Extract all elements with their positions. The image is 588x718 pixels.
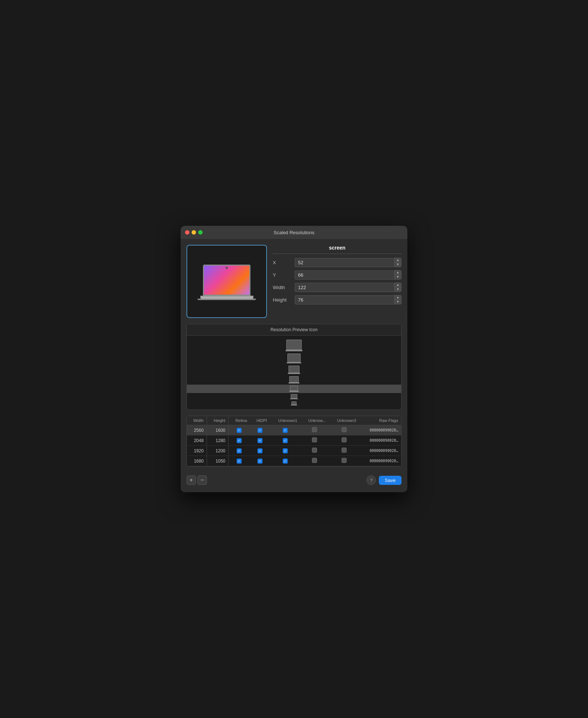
laptop-screen-1 (286, 340, 302, 350)
y-increment-button[interactable]: ▲ (395, 270, 401, 275)
remove-button[interactable]: − (197, 475, 207, 485)
laptop-icon-5[interactable] (289, 386, 299, 392)
laptop-base-3 (288, 373, 300, 374)
laptop-icon-4[interactable] (289, 376, 299, 384)
cell-width: 1920 (187, 446, 207, 456)
checked-checkbox[interactable]: ✓ (257, 448, 263, 453)
width-decrement-button[interactable]: ▼ (395, 287, 401, 292)
cell-unknown3 (329, 446, 359, 456)
cell-width: 2560 (187, 425, 207, 435)
checked-checkbox[interactable]: ✓ (257, 459, 263, 464)
laptop-icon-3[interactable] (288, 366, 300, 374)
laptop-screen-7 (291, 401, 297, 405)
maximize-button[interactable] (198, 230, 203, 235)
table-row[interactable]: 2048 1280 ✓ ✓ ✓ 000000090020… (187, 435, 401, 446)
width-stepper-buttons: ▲ ▼ (394, 283, 402, 292)
col-width: Width (187, 416, 207, 425)
help-button[interactable]: ? (366, 475, 376, 485)
laptop-screen-5 (290, 386, 298, 391)
height-stepper: ▲ ▼ (295, 295, 402, 304)
checked-checkbox[interactable]: ✓ (237, 438, 242, 443)
cell-raw-flags: 000000090020… (359, 425, 401, 435)
unchecked-checkbox[interactable] (312, 448, 317, 453)
laptop-base-4 (289, 382, 299, 384)
col-unknown1: Unknown1 (270, 416, 300, 425)
cell-unknown1: ✓ (270, 425, 300, 435)
save-button[interactable]: Save (379, 476, 402, 485)
unchecked-checkbox[interactable] (312, 427, 317, 432)
checked-checkbox[interactable]: ✓ (237, 428, 242, 433)
resolution-table-section: Width Height Retina HiDPI Unknown1 Unkno… (186, 416, 402, 467)
laptop-icon-2[interactable] (287, 354, 301, 363)
cell-hidpi: ✓ (250, 446, 270, 456)
minimize-button[interactable] (192, 230, 196, 235)
col-unknown3: Unknown3 (329, 416, 359, 425)
laptop-base-1 (286, 350, 302, 351)
macbook-icon (200, 265, 253, 299)
laptop-icon-1[interactable] (286, 340, 302, 351)
preview-icons-list (187, 336, 401, 410)
checked-checkbox[interactable]: ✓ (237, 448, 242, 453)
checked-checkbox[interactable]: ✓ (257, 438, 263, 443)
y-decrement-button[interactable]: ▼ (395, 275, 401, 279)
x-stepper: ▲ ▼ (295, 258, 402, 267)
checked-checkbox[interactable]: ✓ (283, 448, 288, 453)
height-increment-button[interactable]: ▲ (395, 295, 401, 300)
preview-icon-row-2[interactable] (187, 352, 401, 364)
y-input[interactable] (295, 270, 394, 280)
cell-unknown2 (300, 456, 329, 466)
table-header-row: Width Height Retina HiDPI Unknown1 Unkno… (187, 416, 401, 425)
checked-checkbox[interactable]: ✓ (283, 438, 288, 443)
laptop-base-7 (291, 405, 297, 405)
width-stepper: ▲ ▼ (295, 283, 402, 292)
unchecked-checkbox[interactable] (342, 427, 347, 432)
unchecked-checkbox[interactable] (342, 448, 347, 453)
x-input[interactable] (295, 258, 394, 267)
laptop-icon-7[interactable] (291, 401, 297, 405)
add-button[interactable]: + (186, 475, 196, 485)
table-row[interactable]: 1920 1200 ✓ ✓ ✓ 000000090020… (187, 446, 401, 456)
close-button[interactable] (185, 230, 189, 235)
width-input[interactable] (295, 283, 394, 292)
preview-icon-section: Resolution Preview Icon (186, 324, 402, 410)
preview-icon-row-5[interactable] (187, 385, 401, 393)
y-stepper: ▲ ▼ (295, 270, 402, 280)
cell-unknown1: ✓ (270, 435, 300, 446)
bottom-toolbar: + − ? Save (186, 472, 402, 486)
cell-hidpi: ✓ (250, 425, 270, 435)
col-hidpi: HiDPI (250, 416, 270, 425)
preview-icon-row-4[interactable] (187, 375, 401, 385)
unchecked-checkbox[interactable] (342, 458, 347, 463)
cell-raw-flags: 000000090020… (359, 435, 401, 446)
width-increment-button[interactable]: ▲ (395, 283, 401, 287)
height-decrement-button[interactable]: ▼ (395, 300, 401, 304)
preview-icon-row-1[interactable] (187, 339, 401, 352)
cell-height: 1050 (207, 456, 228, 466)
laptop-icon-6[interactable] (290, 394, 298, 399)
unchecked-checkbox[interactable] (312, 437, 317, 442)
height-stepper-buttons: ▲ ▼ (394, 295, 402, 304)
cell-hidpi: ✓ (250, 456, 270, 466)
macbook-base (200, 296, 253, 299)
x-increment-button[interactable]: ▲ (395, 258, 401, 262)
height-input[interactable] (295, 295, 394, 304)
laptop-screen-4 (289, 376, 299, 382)
unchecked-checkbox[interactable] (312, 458, 317, 463)
checked-checkbox[interactable]: ✓ (283, 428, 288, 433)
checked-checkbox[interactable]: ✓ (283, 459, 288, 464)
preview-icon-row-3[interactable] (187, 364, 401, 375)
laptop-base-2 (287, 362, 301, 363)
x-decrement-button[interactable]: ▼ (395, 262, 401, 267)
checked-checkbox[interactable]: ✓ (257, 428, 263, 433)
unchecked-checkbox[interactable] (342, 437, 347, 442)
checked-checkbox[interactable]: ✓ (237, 459, 242, 464)
table-row[interactable]: 2560 1600 ✓ ✓ ✓ 000000090020… (187, 425, 401, 435)
preview-icon-row-6[interactable] (187, 393, 401, 400)
x-field-row: X ▲ ▼ (273, 258, 402, 267)
table-row[interactable]: 1680 1050 ✓ ✓ ✓ 000000090020… (187, 456, 401, 466)
y-stepper-buttons: ▲ ▼ (394, 270, 402, 280)
traffic-lights (185, 230, 203, 235)
preview-icon-row-7[interactable] (187, 400, 401, 407)
col-unknown2: Unknow... (300, 416, 329, 425)
cell-unknown3 (329, 435, 359, 446)
